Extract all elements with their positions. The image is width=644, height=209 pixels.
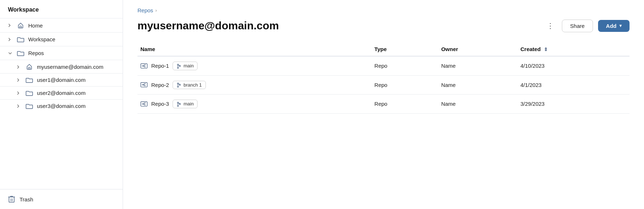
svg-point-10 <box>144 64 145 66</box>
main-content: Repos › myusername@domain.com ⋮ Share Ad… <box>123 0 644 209</box>
cell-name: Repo-3 main <box>137 95 372 114</box>
folder-icon <box>17 50 25 56</box>
sidebar-item-myusername[interactable]: myusername@domain.com <box>0 60 123 73</box>
branch-badge[interactable]: main <box>173 62 198 70</box>
trash-label: Trash <box>20 196 33 202</box>
repo-name: Repo-2 <box>151 82 169 88</box>
branch-badge[interactable]: main <box>173 100 198 108</box>
repo-name: Repo-1 <box>151 63 169 69</box>
chevron-right-icon <box>17 78 22 82</box>
repo-icon <box>140 81 148 88</box>
chevron-down-icon <box>8 52 13 55</box>
svg-point-16 <box>142 84 143 85</box>
sidebar-trash[interactable]: Trash <box>0 189 123 209</box>
branch-name: main <box>183 101 194 106</box>
chevron-right-icon <box>17 64 22 69</box>
svg-point-33 <box>177 105 179 106</box>
sidebar-title: Workspace <box>0 7 123 18</box>
sidebar-item-workspace-label: Workspace <box>28 36 115 42</box>
cell-name: Repo-1 main <box>137 56 372 75</box>
sidebar-item-workspace[interactable]: Workspace <box>0 32 123 46</box>
cell-owner: Name <box>438 75 517 95</box>
sidebar-item-home[interactable]: Home <box>0 18 123 32</box>
svg-point-11 <box>144 66 145 67</box>
page-title: myusername@domain.com <box>137 20 544 32</box>
breadcrumb-separator: › <box>155 8 157 13</box>
svg-rect-5 <box>141 63 147 68</box>
col-name: Name <box>137 42 372 56</box>
col-created[interactable]: Created ⇕ <box>517 42 630 56</box>
folder-icon <box>25 103 33 109</box>
svg-point-21 <box>144 85 145 87</box>
sort-icon: ⇕ <box>544 47 548 52</box>
sidebar-item-user1[interactable]: user1@domain.com <box>0 73 123 86</box>
home-icon <box>17 22 25 29</box>
repo-name: Repo-3 <box>151 101 169 107</box>
share-button[interactable]: Share <box>562 20 593 32</box>
col-type: Type <box>372 42 438 56</box>
sidebar: Workspace Home Workspace Repos <box>0 0 123 209</box>
table-row: Repo-2 branch 1 RepoName4/1/2023 <box>137 75 630 95</box>
cell-owner: Name <box>438 95 517 114</box>
col-owner: Owner <box>438 42 517 56</box>
sidebar-item-myusername-label: myusername@domain.com <box>37 64 103 70</box>
svg-point-31 <box>144 104 145 105</box>
folder-icon <box>17 36 25 42</box>
chevron-right-icon <box>8 23 13 28</box>
svg-rect-2 <box>9 197 14 202</box>
sidebar-item-user3-label: user3@domain.com <box>37 103 85 109</box>
breadcrumb: Repos › <box>137 7 630 13</box>
table-row: Repo-1 main RepoName4/10/2023 <box>137 56 630 75</box>
cell-created: 3/29/2023 <box>517 95 630 114</box>
more-options-button[interactable]: ⋮ <box>544 19 557 32</box>
cell-created: 4/1/2023 <box>517 75 630 95</box>
trash-icon <box>8 195 15 203</box>
breadcrumb-repos-link[interactable]: Repos <box>137 7 153 13</box>
add-button-label: Add <box>606 23 617 29</box>
cell-created: 4/10/2023 <box>517 56 630 75</box>
cell-type: Repo <box>372 56 438 75</box>
branch-icon <box>177 101 181 107</box>
folder-icon <box>25 77 33 83</box>
chevron-right-icon <box>17 91 22 95</box>
sidebar-item-home-label: Home <box>28 22 115 29</box>
repo-table: Name Type Owner Created ⇕ <box>137 42 630 114</box>
header-actions: ⋮ Share Add ▾ <box>544 19 630 32</box>
page-header: myusername@domain.com ⋮ Share Add ▾ <box>137 19 630 32</box>
add-button[interactable]: Add ▾ <box>598 20 630 32</box>
repo-icon <box>140 101 148 107</box>
branch-badge[interactable]: branch 1 <box>173 81 206 89</box>
svg-rect-25 <box>141 102 147 106</box>
home-icon <box>25 63 33 70</box>
svg-point-13 <box>177 67 179 68</box>
branch-name: branch 1 <box>183 82 202 88</box>
sidebar-item-user3[interactable]: user3@domain.com <box>0 99 123 112</box>
folder-icon <box>25 90 33 96</box>
branch-icon <box>177 63 181 69</box>
sidebar-item-repos-label: Repos <box>28 50 115 56</box>
table-row: Repo-3 main RepoName3/29/2023 <box>137 95 630 114</box>
chevron-right-icon <box>17 104 22 108</box>
branch-name: main <box>183 63 194 68</box>
svg-rect-0 <box>20 26 22 28</box>
cell-type: Repo <box>372 95 438 114</box>
repo-icon <box>140 63 148 69</box>
add-caret-icon: ▾ <box>619 23 622 28</box>
cell-type: Repo <box>372 75 438 95</box>
svg-rect-15 <box>141 83 147 87</box>
sidebar-item-user1-label: user1@domain.com <box>37 77 85 83</box>
svg-point-23 <box>177 86 179 88</box>
svg-point-30 <box>144 103 145 104</box>
svg-point-26 <box>142 104 143 105</box>
branch-icon <box>177 82 181 88</box>
cell-name: Repo-2 branch 1 <box>137 75 372 95</box>
sidebar-item-user2[interactable]: user2@domain.com <box>0 86 123 99</box>
svg-rect-1 <box>29 67 30 69</box>
svg-point-6 <box>142 65 143 66</box>
chevron-right-icon <box>8 37 13 42</box>
sidebar-item-repos[interactable]: Repos <box>0 46 123 60</box>
svg-point-20 <box>144 83 145 84</box>
cell-owner: Name <box>438 56 517 75</box>
sidebar-item-user2-label: user2@domain.com <box>37 90 85 96</box>
